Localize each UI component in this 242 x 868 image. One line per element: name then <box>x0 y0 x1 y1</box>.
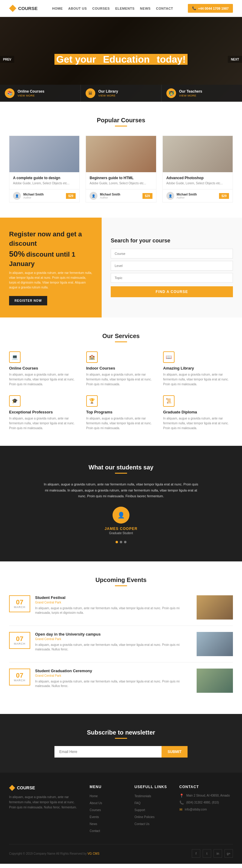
hero-card-2[interactable]: 👨‍🏫 Our Teachers VIEW MORE <box>162 85 242 102</box>
event-image-1 <box>197 632 233 656</box>
footer-link-item-1[interactable]: FAQ <box>135 800 170 805</box>
footer-menu-item-2[interactable]: Courses <box>90 807 125 812</box>
event-item-2: 07 MARCH Student Graduation Ceremony Gra… <box>9 669 233 699</box>
hero-card-sub-2: VIEW MORE <box>179 94 202 97</box>
course-title-1: Beginners guide to HTML <box>90 176 152 180</box>
footer-contact-item-0: 📍 Main 2 Stroud, AI 43650, Amado <box>179 793 233 798</box>
footer-link-item-2[interactable]: Support <box>135 807 170 812</box>
footer-links-col: Usefull Links Testimonials FAQ Support O… <box>135 785 170 835</box>
event-month-1: MARCH <box>14 642 25 645</box>
event-location-0: Grand Central Park <box>35 601 192 604</box>
hero-heading-before: Get your <box>55 54 100 65</box>
dot-2[interactable] <box>120 541 122 543</box>
course-desc-2: Adobe Guide, Lorem, Select Objects etc..… <box>166 181 229 186</box>
hero-card-title-1: Our Library <box>98 89 118 94</box>
author-role-0: Author <box>23 196 64 199</box>
footer-contact-col: Contact 📍 Main 2 Stroud, AI 43650, Amado… <box>179 785 233 835</box>
course-search-input[interactable] <box>111 249 233 258</box>
nav-elements[interactable]: ELEMENTS <box>115 7 135 10</box>
testimonial-avatar: 👤 <box>112 507 130 524</box>
newsletter-title: Subscribe to newsletter <box>9 729 233 736</box>
newsletter-submit-button[interactable]: SUBMIT <box>162 746 187 757</box>
nav-news[interactable]: NEWS <box>140 7 151 10</box>
social-googleplus[interactable]: g+ <box>224 849 233 858</box>
course-image-1 <box>86 136 156 172</box>
service-title-4: Top Programs <box>86 410 156 414</box>
author-info-1: Michael Smith Author <box>100 193 140 199</box>
register-button[interactable]: REGISTER NOW <box>9 296 47 305</box>
event-image-2 <box>197 669 233 693</box>
hero-card-0[interactable]: 📚 Online Courses VIEW MORE <box>0 85 81 102</box>
social-facebook[interactable]: f <box>192 849 200 858</box>
service-item-3: 🎓 Exceptional Professors In aliquam, aug… <box>9 395 79 431</box>
course-title-0: A complete guide to design <box>13 176 76 180</box>
price-badge-0: $29 <box>66 193 76 199</box>
logo-icon <box>9 5 16 12</box>
footer-menu-item-1[interactable]: About Us <box>90 800 125 805</box>
level-search-input[interactable] <box>111 261 233 271</box>
phone-button[interactable]: 📞 +44 0044 1709 1987 <box>188 4 233 13</box>
hero-prev-button[interactable]: PREV <box>0 56 14 63</box>
hero-card-sub-1: VIEW MORE <box>98 94 118 97</box>
service-title-5: Graduate Diploma <box>163 410 233 414</box>
event-image-0 <box>197 595 233 620</box>
promo-heading-before: Register now and get a discount <box>9 230 82 247</box>
dot-1[interactable] <box>115 541 118 543</box>
footer-contact-text-1: (604) 31302 4880, (810) <box>186 800 219 805</box>
footer-link-item-0[interactable]: Testimonials <box>135 793 170 798</box>
social-twitter[interactable]: t <box>203 849 211 858</box>
events-section: Upcoming Events 07 MARCH Student Festiva… <box>0 561 242 714</box>
courses-section-title: Popular Courses <box>9 117 233 124</box>
hero-content: Get your Education today! <box>55 54 187 65</box>
find-course-button[interactable]: FIND A COURSE <box>111 286 233 297</box>
footer-copyright-link[interactable]: VG CMS <box>88 852 99 855</box>
service-desc-0: In aliquam, augue a gravida rutrum, ante… <box>9 372 79 387</box>
newsletter-divider <box>115 738 127 739</box>
service-item-4: 🏆 Top Programs In aliquam, augue a gravi… <box>86 395 156 431</box>
logo[interactable]: COURSE <box>9 5 37 12</box>
footer-link-item-3[interactable]: Online Policies <box>135 814 170 819</box>
course-title-2: Advanced Photoshop <box>166 176 229 180</box>
promo-right: Search for your course FIND A COURSE <box>102 218 242 317</box>
testimonial-dots <box>9 541 233 543</box>
author-role-1: Author <box>100 196 140 199</box>
events-divider <box>115 585 127 586</box>
footer-menu-item-3[interactable]: Events <box>90 814 125 819</box>
nav-courses[interactable]: COURSES <box>92 7 110 10</box>
nav-home[interactable]: HOME <box>52 7 63 10</box>
newsletter-section: Subscribe to newsletter SUBMIT <box>0 714 242 773</box>
footer: COURSE In aliquam, augue a gravida rutru… <box>0 773 242 864</box>
courses-divider <box>115 126 127 126</box>
footer-link-item-4[interactable]: Contact Us <box>135 821 170 826</box>
newsletter-email-input[interactable] <box>55 746 162 757</box>
event-desc-1: In aliquam, augue a gravida rutrum, ante… <box>35 643 192 652</box>
course-body-1: Beginners guide to HTML Adobe Guide, Lor… <box>86 172 156 189</box>
footer-contact-item-2: ✉ info@sitsby.com <box>179 807 233 812</box>
footer-menu-list: Home About Us Courses Events News Contac… <box>90 793 125 833</box>
course-footer-1: 👤 Michael Smith Author $29 <box>86 189 156 202</box>
courses-grid: A complete guide to design Adobe Guide, … <box>9 135 233 203</box>
service-item-2: 📖 Amazing Library In aliquam, augue a gr… <box>163 351 233 387</box>
event-content-1: Open day in the University campus Grand … <box>35 632 192 652</box>
events-grid: 07 MARCH Student Festival Grand Central … <box>9 595 233 699</box>
event-item-0: 07 MARCH Student Festival Grand Central … <box>9 595 233 626</box>
footer-bottom: Copyright © 2019 Company Name All Rights… <box>9 844 233 858</box>
services-section: Our Services 💻 Online Courses In aliquam… <box>0 317 242 446</box>
footer-contact-icon-0: 📍 <box>179 794 184 798</box>
author-avatar-0: 👤 <box>13 192 21 200</box>
promo-discount: 50% <box>9 249 25 258</box>
footer-contact-item-1: 📞 (604) 31302 4880, (810) <box>179 800 233 805</box>
price-badge-2: $29 <box>219 193 229 199</box>
dot-3[interactable] <box>124 541 127 543</box>
social-linkedin[interactable]: in <box>214 849 222 858</box>
footer-menu-item-0[interactable]: Home <box>90 793 125 798</box>
nav-about[interactable]: ABOUT US <box>68 7 87 10</box>
footer-menu-item-4[interactable]: News <box>90 821 125 826</box>
hero-card-1[interactable]: 🏛 Our Library VIEW MORE <box>81 85 162 102</box>
footer-menu-item-5[interactable]: Contact <box>90 828 125 833</box>
author-name-0: Michael Smith <box>23 193 64 196</box>
nav-contact[interactable]: CONTACT <box>156 7 173 10</box>
hero-next-button[interactable]: NEXT <box>228 56 242 63</box>
service-desc-4: In aliquam, augue a gravida rutrum, ante… <box>86 416 156 431</box>
topic-search-input[interactable] <box>111 273 233 283</box>
